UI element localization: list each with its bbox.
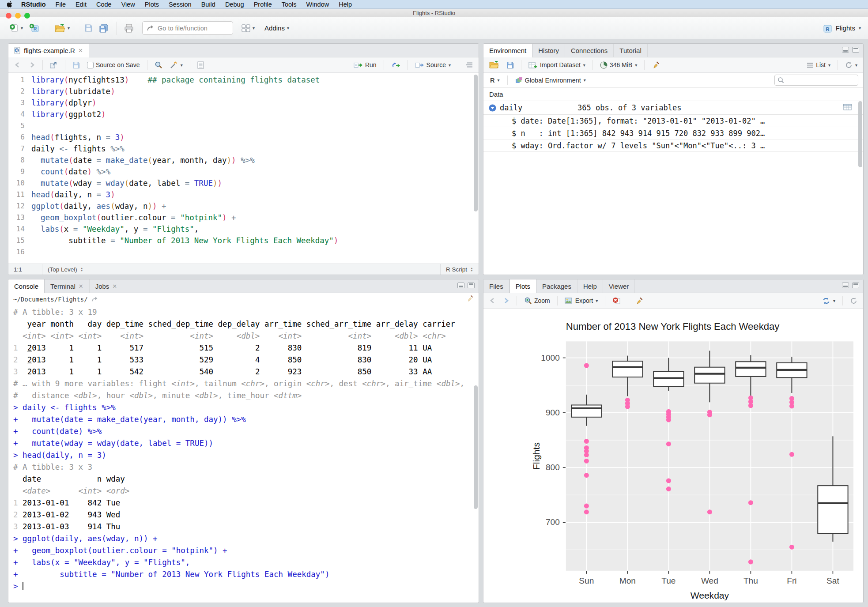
- editor-scrollbar[interactable]: [474, 75, 478, 211]
- print-button[interactable]: [122, 22, 136, 35]
- environment-scrollbar[interactable]: [858, 101, 862, 167]
- code-tools-button[interactable]: ▾: [168, 60, 185, 70]
- console-output[interactable]: # A tibble: 3 x 19 year month day dep_ti…: [8, 305, 479, 603]
- menu-item-session[interactable]: Session: [164, 1, 196, 8]
- close-window-button[interactable]: [6, 13, 11, 19]
- export-plot-button[interactable]: Export ▾: [563, 296, 600, 305]
- view-table-icon[interactable]: [843, 103, 852, 112]
- menu-item-profile[interactable]: Profile: [249, 1, 277, 8]
- save-all-button[interactable]: [97, 21, 112, 35]
- tab-label: Viewer: [609, 283, 629, 290]
- goto-directory-icon[interactable]: [91, 296, 98, 302]
- list-view-button[interactable]: List ▾: [805, 60, 832, 70]
- tab-plots[interactable]: Plots: [509, 279, 536, 293]
- popout-button[interactable]: [48, 60, 60, 70]
- run-button[interactable]: Run: [352, 60, 378, 70]
- goto-file-function-input[interactable]: Go to file/function: [142, 21, 233, 35]
- divider: [408, 60, 408, 70]
- tab-connections[interactable]: Connections: [565, 44, 614, 57]
- menu-item-help[interactable]: Help: [334, 1, 357, 8]
- line-number: 12: [8, 200, 25, 212]
- tab-tutorial[interactable]: Tutorial: [614, 44, 647, 57]
- pane-layout-button[interactable]: ▾: [239, 22, 257, 34]
- environment-selector[interactable]: Global Environment ▾: [513, 75, 588, 85]
- tab-viewer[interactable]: Viewer: [603, 279, 635, 293]
- project-selector[interactable]: R Flights ▾: [823, 23, 861, 33]
- tab-flights-example[interactable]: R flights-example.R ✕: [8, 44, 89, 57]
- close-icon[interactable]: ✕: [79, 283, 83, 290]
- menu-item-code[interactable]: Code: [91, 1, 117, 8]
- checkbox-icon[interactable]: [87, 62, 94, 68]
- remove-plot-button[interactable]: [611, 296, 623, 306]
- addins-button[interactable]: Addins ▾: [262, 22, 291, 34]
- tab-jobs[interactable]: Jobs✕: [90, 279, 124, 293]
- previous-plot-button[interactable]: [487, 296, 498, 305]
- language-selector[interactable]: R ▾: [488, 75, 502, 85]
- maximize-pane-icon[interactable]: [852, 47, 859, 53]
- file-type-selector[interactable]: R Script ▲▼: [440, 264, 479, 275]
- tab-packages[interactable]: Packages: [536, 279, 577, 293]
- new-project-button[interactable]: R: [27, 21, 42, 35]
- tab-console[interactable]: Console: [8, 279, 45, 293]
- save-workspace-button[interactable]: [505, 60, 516, 70]
- clear-workspace-button[interactable]: [650, 60, 662, 70]
- apple-icon[interactable]: [7, 1, 13, 8]
- tab-history[interactable]: History: [532, 44, 565, 57]
- save-doc-button[interactable]: [71, 60, 82, 70]
- scope-selector[interactable]: (Top Level) ▲▼: [42, 264, 89, 275]
- close-icon[interactable]: ✕: [78, 47, 83, 54]
- svg-text:R: R: [826, 26, 829, 31]
- tab-files[interactable]: Files: [483, 279, 509, 293]
- minimize-pane-icon[interactable]: [457, 283, 464, 288]
- minimize-pane-icon[interactable]: [842, 47, 849, 53]
- load-workspace-button[interactable]: [487, 60, 501, 70]
- new-file-button[interactable]: ▾: [7, 22, 25, 35]
- clear-console-button[interactable]: [466, 295, 474, 303]
- open-file-button[interactable]: ▾: [52, 22, 72, 35]
- menu-item-file[interactable]: File: [51, 1, 71, 8]
- zoom-plot-button[interactable]: Zoom: [522, 295, 552, 306]
- publish-button[interactable]: ▾: [820, 296, 837, 306]
- minimize-window-button[interactable]: [15, 13, 21, 19]
- menu-item-edit[interactable]: Edit: [71, 1, 91, 8]
- memory-usage-button[interactable]: 346 MiB ▾: [598, 60, 639, 70]
- code-editor[interactable]: 12345678910111213141516 library(nycfligh…: [8, 73, 479, 264]
- save-button[interactable]: [82, 22, 95, 34]
- console-scrollbar[interactable]: [474, 385, 478, 509]
- console-line: + labs(x = "Weekday", y = "Flights",: [13, 557, 479, 569]
- minimize-pane-icon[interactable]: [842, 283, 849, 288]
- zoom-window-button[interactable]: [24, 13, 30, 19]
- menu-item-build[interactable]: Build: [196, 1, 220, 8]
- forward-button[interactable]: [26, 60, 37, 69]
- compile-report-button[interactable]: [196, 60, 206, 70]
- clear-all-plots-button[interactable]: [634, 296, 645, 306]
- menu-item-plots[interactable]: Plots: [140, 1, 164, 8]
- expander-icon[interactable]: [489, 104, 496, 112]
- close-icon[interactable]: ✕: [112, 283, 117, 290]
- tab-terminal[interactable]: Terminal✕: [45, 279, 90, 293]
- refresh-plot-button[interactable]: [848, 296, 859, 306]
- source-button[interactable]: Source ▾: [413, 60, 453, 70]
- menu-item-window[interactable]: Window: [302, 1, 334, 8]
- menu-item-tools[interactable]: Tools: [277, 1, 302, 8]
- menu-items: RStudioFileEditCodeViewPlotsSessionBuild…: [16, 1, 357, 8]
- tab-environment[interactable]: Environment: [483, 44, 532, 57]
- next-plot-button[interactable]: [501, 296, 511, 305]
- menu-item-view[interactable]: View: [117, 1, 140, 8]
- refresh-environment-button[interactable]: ▾: [843, 60, 859, 70]
- rerun-button[interactable]: [389, 60, 402, 70]
- source-on-save-checkbox[interactable]: Source on Save: [85, 60, 142, 70]
- environment-search-input[interactable]: [774, 75, 858, 86]
- import-dataset-button[interactable]: Import Dataset ▾: [527, 60, 587, 70]
- svg-text:Sat: Sat: [826, 576, 839, 585]
- menu-item-rstudio[interactable]: RStudio: [16, 1, 51, 8]
- back-button[interactable]: [12, 60, 23, 69]
- tab-help[interactable]: Help: [577, 279, 603, 293]
- maximize-pane-icon[interactable]: [468, 283, 475, 288]
- object-row-daily[interactable]: daily 365 obs. of 3 variables: [483, 101, 863, 115]
- find-replace-button[interactable]: [153, 60, 164, 70]
- menu-item-debug[interactable]: Debug: [220, 1, 249, 8]
- maximize-pane-icon[interactable]: [852, 283, 859, 288]
- document-outline-button[interactable]: [464, 60, 475, 69]
- sync-icon: [822, 297, 830, 305]
